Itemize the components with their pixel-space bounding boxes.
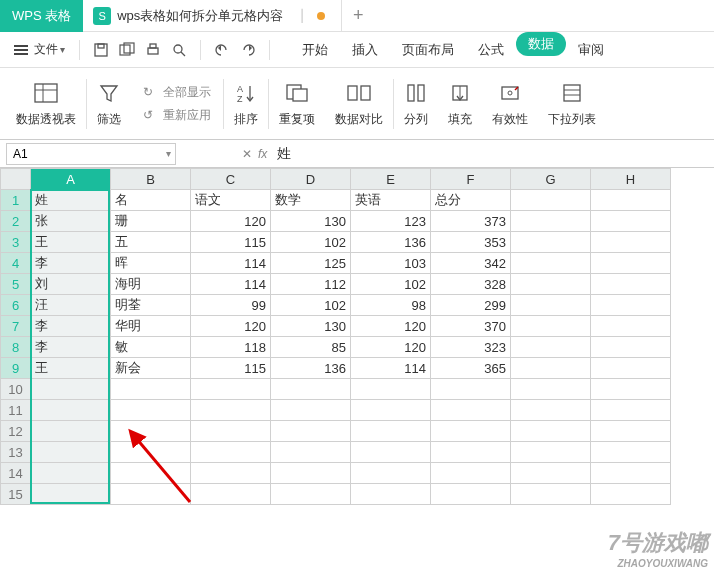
cell-A10[interactable] [31,379,111,400]
column-header-B[interactable]: B [111,169,191,190]
cell-G6[interactable] [511,295,591,316]
cell-G4[interactable] [511,253,591,274]
cell-H13[interactable] [591,442,671,463]
cell-H9[interactable] [591,358,671,379]
cell-D4[interactable]: 125 [271,253,351,274]
reapply-button[interactable]: ↺重新应用 [139,104,215,127]
cell-C5[interactable]: 114 [191,274,271,295]
cell-E14[interactable] [351,463,431,484]
row-header-14[interactable]: 14 [1,463,31,484]
cell-C9[interactable]: 115 [191,358,271,379]
row-header-1[interactable]: 1 [1,190,31,211]
row-header-4[interactable]: 4 [1,253,31,274]
cell-H6[interactable] [591,295,671,316]
tab-insert[interactable]: 插入 [340,32,390,68]
cell-A11[interactable] [31,400,111,421]
cell-C3[interactable]: 115 [191,232,271,253]
cell-B6[interactable]: 明荃 [111,295,191,316]
cell-H8[interactable] [591,337,671,358]
cell-E4[interactable]: 103 [351,253,431,274]
cell-D5[interactable]: 112 [271,274,351,295]
sort-button[interactable]: AZ 排序 [224,68,268,139]
cell-C1[interactable]: 语文 [191,190,271,211]
column-header-D[interactable]: D [271,169,351,190]
cell-H5[interactable] [591,274,671,295]
cell-D14[interactable] [271,463,351,484]
cell-A14[interactable] [31,463,111,484]
cell-H15[interactable] [591,484,671,505]
cell-B3[interactable]: 五 [111,232,191,253]
chevron-down-icon[interactable]: ▾ [166,148,171,159]
compare-button[interactable]: 数据对比 [325,68,393,139]
cell-G9[interactable] [511,358,591,379]
cell-E13[interactable] [351,442,431,463]
cell-D3[interactable]: 102 [271,232,351,253]
cell-H3[interactable] [591,232,671,253]
cell-F11[interactable] [431,400,511,421]
cell-G11[interactable] [511,400,591,421]
cell-C7[interactable]: 120 [191,316,271,337]
tab-formula[interactable]: 公式 [466,32,516,68]
cell-B5[interactable]: 海明 [111,274,191,295]
undo-icon[interactable] [209,37,235,63]
redo-icon[interactable] [235,37,261,63]
row-header-5[interactable]: 5 [1,274,31,295]
cell-F4[interactable]: 342 [431,253,511,274]
cell-G12[interactable] [511,421,591,442]
cell-G15[interactable] [511,484,591,505]
print-icon[interactable] [140,37,166,63]
save-icon[interactable] [88,37,114,63]
cell-H7[interactable] [591,316,671,337]
cell-A1[interactable]: 姓 [31,190,111,211]
tab-page-layout[interactable]: 页面布局 [390,32,466,68]
row-header-2[interactable]: 2 [1,211,31,232]
cell-F6[interactable]: 299 [431,295,511,316]
fill-button[interactable]: 填充 [438,68,482,139]
cell-E10[interactable] [351,379,431,400]
cell-E8[interactable]: 120 [351,337,431,358]
row-header-9[interactable]: 9 [1,358,31,379]
cell-D7[interactable]: 130 [271,316,351,337]
cell-G10[interactable] [511,379,591,400]
save-as-icon[interactable] [114,37,140,63]
cell-G14[interactable] [511,463,591,484]
cell-B8[interactable]: 敏 [111,337,191,358]
cell-G7[interactable] [511,316,591,337]
column-header-G[interactable]: G [511,169,591,190]
cell-H1[interactable] [591,190,671,211]
select-all-corner[interactable] [1,169,31,190]
cell-B2[interactable]: 珊 [111,211,191,232]
tab-home[interactable]: 开始 [290,32,340,68]
spreadsheet-grid[interactable]: ABCDEFGH1姓名语文数学英语总分2张珊1201301233733王五115… [0,168,714,505]
formula-value[interactable]: 姓 [277,145,291,163]
cell-C11[interactable] [191,400,271,421]
cell-F2[interactable]: 373 [431,211,511,232]
cell-D13[interactable] [271,442,351,463]
cell-C10[interactable] [191,379,271,400]
cell-F12[interactable] [431,421,511,442]
cell-C4[interactable]: 114 [191,253,271,274]
cell-D1[interactable]: 数学 [271,190,351,211]
row-header-7[interactable]: 7 [1,316,31,337]
column-header-C[interactable]: C [191,169,271,190]
cell-E5[interactable]: 102 [351,274,431,295]
cell-G3[interactable] [511,232,591,253]
name-box[interactable]: ▾ [6,143,176,165]
column-header-A[interactable]: A [31,169,111,190]
dropdown-list-button[interactable]: 下拉列表 [538,68,606,139]
cell-E12[interactable] [351,421,431,442]
cell-G8[interactable] [511,337,591,358]
cell-A12[interactable] [31,421,111,442]
cell-A13[interactable] [31,442,111,463]
show-all-button[interactable]: ↻全部显示 [139,81,215,104]
cell-F10[interactable] [431,379,511,400]
cell-A15[interactable] [31,484,111,505]
cell-A2[interactable]: 张 [31,211,111,232]
cell-B11[interactable] [111,400,191,421]
cell-F14[interactable] [431,463,511,484]
cell-D6[interactable]: 102 [271,295,351,316]
cell-C8[interactable]: 118 [191,337,271,358]
cell-B1[interactable]: 名 [111,190,191,211]
pivot-table-button[interactable]: 数据透视表 [6,68,86,139]
cell-E3[interactable]: 136 [351,232,431,253]
